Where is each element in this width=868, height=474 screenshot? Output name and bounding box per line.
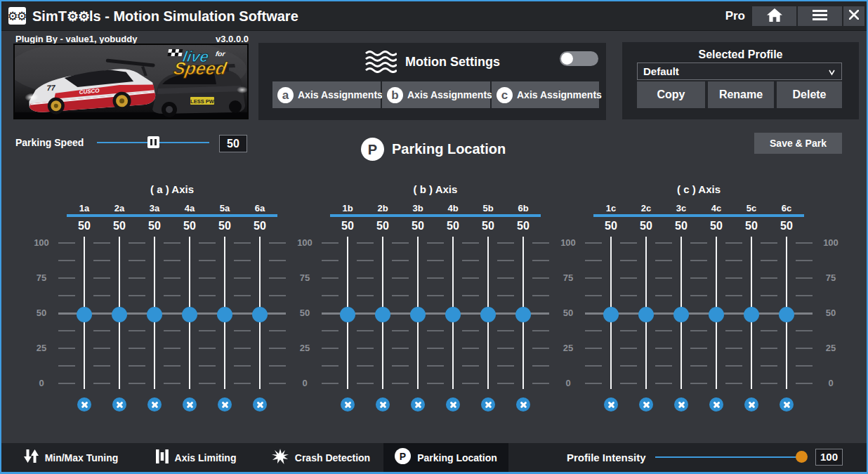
axis-channel-label: 2b <box>369 203 397 213</box>
parking-speed-label: Parking Speed <box>15 137 84 148</box>
axis-tick-mark <box>497 365 514 367</box>
axis-slider-handle[interactable] <box>779 307 794 322</box>
axis-reset-button[interactable] <box>147 397 162 412</box>
axis-slider-handle[interactable] <box>638 307 654 322</box>
axis-slider-handle[interactable] <box>340 307 355 322</box>
axis-reset-button[interactable] <box>446 397 460 412</box>
axis-tick-mark <box>585 277 602 279</box>
axis-scale-label: 75 <box>555 272 581 283</box>
axis-channel-label: 5b <box>474 203 502 213</box>
motion-enable-toggle[interactable] <box>560 51 598 66</box>
axis-tick-mark <box>796 383 813 384</box>
axis-slider-handle[interactable] <box>744 307 759 322</box>
axis-slider-handle[interactable] <box>112 307 127 322</box>
axis-slider-handle[interactable] <box>217 307 232 322</box>
axis-tick-mark <box>199 330 216 331</box>
axis-value-label: 50 <box>369 220 397 232</box>
axis-slider-handle[interactable] <box>147 307 162 322</box>
axis-tick-mark <box>234 295 251 296</box>
axis-reset-button[interactable] <box>516 397 530 412</box>
axis-reset-button[interactable] <box>744 397 758 412</box>
axis-tick-mark <box>164 242 180 244</box>
axis-slider-handle[interactable] <box>673 307 689 322</box>
profile-copy-button[interactable]: Copy <box>637 81 705 108</box>
profile-rename-button[interactable]: Rename <box>708 81 774 108</box>
axis-assignments-a-button[interactable]: a Axis Assignments <box>272 81 381 108</box>
axis-tick-mark <box>427 277 444 279</box>
axis-slider-handle[interactable] <box>375 307 390 322</box>
axis-tick-mark <box>796 295 813 296</box>
axis-reset-button[interactable] <box>112 397 126 412</box>
axis-value-label: 50 <box>702 220 730 232</box>
close-button[interactable] <box>843 6 864 26</box>
axis-slider-handle[interactable] <box>182 307 197 322</box>
tab-crash-detection[interactable]: Crash Detection <box>258 443 383 472</box>
profile-intensity-slider-handle[interactable] <box>796 451 808 463</box>
save-and-park-button[interactable]: Save & Park <box>754 133 842 154</box>
svg-text:77: 77 <box>46 84 56 93</box>
axis-tick-mark <box>725 242 742 244</box>
axis-slider-handle[interactable] <box>709 307 724 322</box>
axis-tick-mark <box>164 365 180 367</box>
axis-channel-label: 1c <box>597 203 625 213</box>
axis-slider-handle[interactable] <box>515 307 531 322</box>
axis-tick-mark <box>427 348 444 349</box>
axis-slider-handle[interactable] <box>77 307 92 322</box>
motion-settings-title: Motion Settings <box>405 55 500 70</box>
axis-tick-mark <box>357 242 374 244</box>
axis-slider-handle[interactable] <box>410 307 426 322</box>
axis-tick-mark <box>655 330 672 331</box>
axis-tick-mark <box>497 383 514 384</box>
axis-reset-button[interactable] <box>411 397 425 412</box>
home-button[interactable] <box>752 6 796 26</box>
axis-channel-label: 4c <box>702 203 730 213</box>
axis-tick-mark <box>93 277 110 279</box>
axis-tick-mark <box>322 277 338 279</box>
tab-parking-location[interactable]: P Parking Location <box>383 443 508 472</box>
axis-tick-mark <box>725 295 742 296</box>
axis-tick-mark <box>357 295 374 296</box>
profile-dropdown[interactable]: Default <box>637 62 842 80</box>
profile-delete-button[interactable]: Delete <box>777 81 842 108</box>
axis-tick-mark <box>585 260 602 261</box>
svg-text:Speed: Speed <box>172 58 229 78</box>
menu-button[interactable] <box>798 6 842 26</box>
axis-reset-button[interactable] <box>481 397 495 412</box>
axis-reset-button[interactable] <box>709 397 723 412</box>
axis-reset-button[interactable] <box>376 397 390 412</box>
axis-reset-button[interactable] <box>604 397 618 412</box>
tab-axis-limiting[interactable]: Axis Limiting <box>133 443 258 472</box>
axis-slider-handle[interactable] <box>603 307 619 322</box>
axis-tick-mark <box>427 260 444 261</box>
axis-channel-label: 3c <box>667 203 695 213</box>
axis-slider-handle[interactable] <box>252 307 268 322</box>
axis-reset-button[interactable] <box>780 397 794 412</box>
close-icon <box>849 10 859 22</box>
axis-tick-mark <box>655 383 672 384</box>
axis-slider-handle[interactable] <box>480 307 496 322</box>
axis-tick-mark <box>462 260 479 261</box>
parking-speed-slider-handle[interactable] <box>147 136 159 148</box>
axis-reset-button[interactable] <box>674 397 688 412</box>
axis-assignments-c-button[interactable]: c Axis Assignments <box>492 81 599 108</box>
axis-value-label: 50 <box>667 220 695 232</box>
axis-tick-mark <box>585 330 602 331</box>
axis-tick-mark <box>796 242 813 244</box>
axis-channel-label: 2a <box>105 203 133 213</box>
parking-location-title: Parking Location <box>392 141 506 157</box>
axis-reset-button[interactable] <box>77 397 91 412</box>
axis-tick-mark <box>269 348 286 349</box>
axis-reset-button[interactable] <box>253 397 267 412</box>
axis-reset-button[interactable] <box>639 397 653 412</box>
axis-tick-mark <box>269 242 286 244</box>
profile-intensity-slider-track[interactable] <box>655 456 803 458</box>
axis-tick-mark <box>427 365 444 367</box>
axis-tick-mark <box>427 295 444 296</box>
axis-value-label: 50 <box>176 220 204 232</box>
axis-slider-handle[interactable] <box>445 307 461 322</box>
axis-assignments-b-button[interactable]: b Axis Assignments <box>382 81 490 108</box>
axis-reset-button[interactable] <box>218 397 232 412</box>
tab-minmax-tuning[interactable]: Min/Max Tuning <box>8 443 133 472</box>
axis-reset-button[interactable] <box>183 397 197 412</box>
axis-reset-button[interactable] <box>341 397 355 412</box>
